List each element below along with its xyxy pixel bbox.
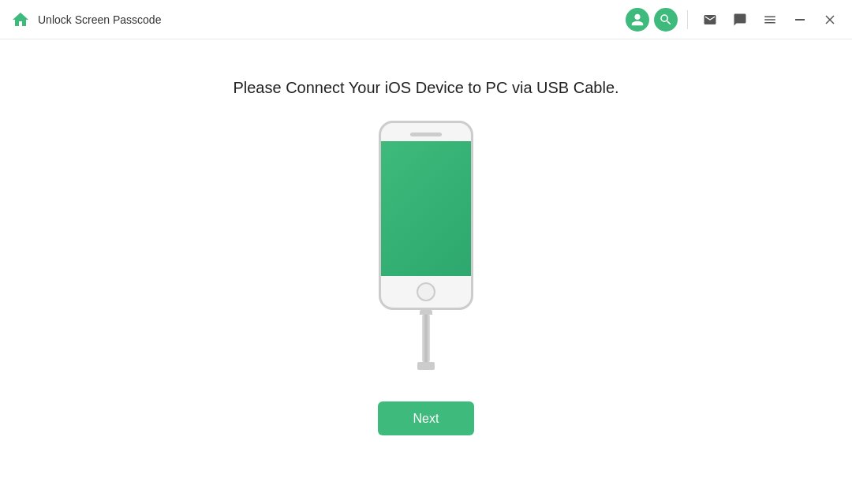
phone-home-button [417, 282, 435, 301]
phone-screen [381, 141, 471, 276]
phone-body [379, 121, 473, 310]
message-button[interactable] [727, 7, 753, 32]
menu-button[interactable] [757, 7, 783, 32]
phone-speaker [410, 133, 442, 136]
user-icon-button[interactable] [626, 8, 649, 32]
app-title: Unlock Screen Passcode [38, 13, 161, 26]
instruction-text: Please Connect Your iOS Device to PC via… [233, 79, 618, 97]
phone-illustration [379, 121, 473, 370]
toolbar-divider [687, 10, 688, 29]
usb-cable [417, 310, 435, 370]
search-icon-button[interactable] [654, 8, 678, 32]
svg-rect-0 [795, 19, 805, 21]
usb-cable-body [422, 315, 430, 362]
usb-connector-head [417, 362, 435, 370]
mail-button[interactable] [697, 7, 723, 32]
main-content: Please Connect Your iOS Device to PC via… [0, 39, 852, 504]
title-bar: Unlock Screen Passcode [0, 0, 852, 39]
title-bar-left: Unlock Screen Passcode [9, 9, 626, 31]
minimize-button[interactable] [787, 7, 813, 32]
close-button[interactable] [817, 7, 843, 32]
home-icon [9, 9, 32, 31]
next-button[interactable]: Next [378, 401, 474, 435]
title-bar-right [626, 7, 843, 32]
